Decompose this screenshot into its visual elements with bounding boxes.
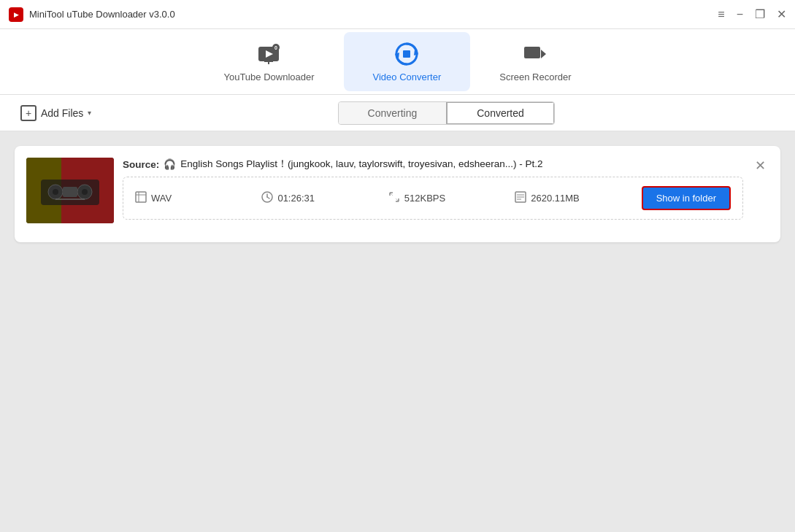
add-files-label: Add Files — [41, 107, 83, 119]
show-in-folder-button[interactable]: Show in folder — [642, 186, 731, 210]
close-button[interactable]: ✕ — [777, 9, 786, 20]
video-converter-label: Video Converter — [373, 72, 442, 82]
svg-rect-20 — [63, 187, 77, 197]
toolbar: + Add Files ▾ Converting Converted — [0, 95, 795, 131]
clock-icon — [261, 191, 273, 205]
source-line: Source: 🎧 English Songs Playlist！(jungko… — [123, 158, 743, 171]
tab-converting[interactable]: Converting — [339, 102, 448, 124]
svg-rect-9 — [403, 50, 410, 58]
nav-item-youtube-downloader[interactable]: 0 YouTube Downloader — [194, 32, 343, 91]
maximize-button[interactable]: ❐ — [755, 9, 765, 20]
duration-detail: 01:26:31 — [261, 191, 388, 205]
dropdown-arrow-icon: ▾ — [88, 109, 91, 117]
nav-bar: 0 YouTube Downloader Video Converter — [0, 29, 795, 95]
svg-text:0: 0 — [275, 45, 278, 50]
format-detail: WAV — [135, 191, 261, 205]
format-icon — [135, 191, 147, 205]
filesize-value: 2620.11MB — [531, 193, 580, 204]
source-emoji: 🎧 — [164, 158, 176, 170]
bitrate-detail: 512KBPS — [388, 191, 515, 205]
card-close-button[interactable]: ✕ — [752, 158, 769, 174]
nav-item-video-converter[interactable]: Video Converter — [344, 32, 471, 91]
bitrate-value: 512KBPS — [404, 193, 445, 204]
screen-recorder-icon — [522, 41, 548, 67]
duration-value: 01:26:31 — [277, 193, 315, 204]
tab-group: Converting Converted — [338, 101, 555, 125]
svg-rect-12 — [522, 47, 523, 58]
format-value: WAV — [151, 193, 172, 204]
add-files-button[interactable]: + Add Files ▾ — [12, 101, 100, 126]
svg-line-27 — [267, 197, 269, 198]
app-logo — [9, 7, 23, 22]
conversion-card: Source: 🎧 English Songs Playlist！(jungko… — [15, 146, 780, 242]
minimize-button[interactable]: − — [737, 9, 743, 20]
filesize-detail: 2620.11MB — [515, 191, 641, 205]
source-label: Source: — [123, 159, 159, 170]
video-thumbnail — [26, 158, 114, 223]
svg-point-19 — [82, 189, 88, 195]
video-converter-icon — [393, 41, 420, 67]
add-files-icon: + — [20, 105, 37, 121]
svg-point-17 — [53, 189, 58, 195]
title-bar: MiniTool uTube Downloader v3.0.0 ≡ − ❐ ✕ — [0, 0, 795, 29]
svg-rect-22 — [136, 192, 146, 202]
app-title: MiniTool uTube Downloader v3.0.0 — [29, 9, 175, 20]
menu-icon[interactable]: ≡ — [718, 9, 724, 20]
screen-recorder-label: Screen Recorder — [499, 72, 571, 82]
card-info: Source: 🎧 English Songs Playlist！(jungko… — [123, 158, 743, 220]
window-controls: ≡ − ❐ ✕ — [718, 9, 786, 20]
svg-rect-10 — [524, 47, 540, 58]
nav-item-screen-recorder[interactable]: Screen Recorder — [470, 32, 600, 91]
filesize-icon — [515, 191, 526, 205]
file-details: WAV 01:26:31 — [123, 177, 743, 220]
youtube-downloader-label: YouTube Downloader — [223, 72, 314, 82]
tab-converted[interactable]: Converted — [446, 101, 555, 125]
title-bar-left: MiniTool uTube Downloader v3.0.0 — [9, 7, 175, 22]
card-header: Source: 🎧 English Songs Playlist！(jungko… — [26, 158, 769, 223]
youtube-downloader-icon: 0 — [256, 41, 282, 67]
resize-icon — [388, 191, 400, 205]
svg-marker-11 — [541, 50, 546, 58]
source-title: English Songs Playlist！(jungkook, lauv, … — [180, 158, 542, 171]
main-content: Source: 🎧 English Songs Playlist！(jungko… — [0, 131, 795, 532]
